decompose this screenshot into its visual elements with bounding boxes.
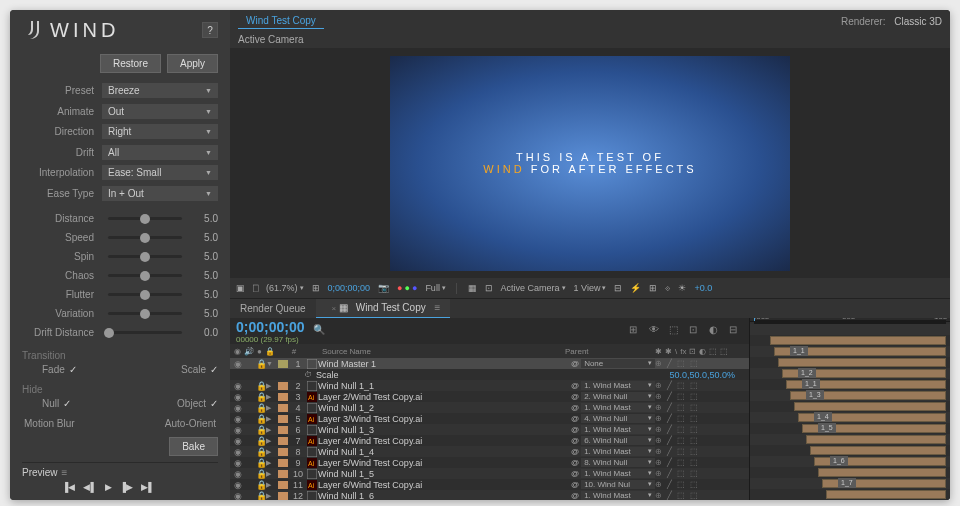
pickwhip-icon[interactable]: @ [571,480,579,489]
fast-preview-icon[interactable]: ⚡ [630,283,641,293]
layer-bar[interactable] [778,358,946,367]
marker-label[interactable]: 1_5 [818,423,836,433]
viewer[interactable]: THIS IS A TEST OF WIND FOR AFTER EFFECTS [230,48,950,278]
distance-value[interactable]: 5.0 [188,213,218,224]
visibility-toggle[interactable]: ◉ [234,458,246,468]
layer-track[interactable]: 1_5 [750,423,950,434]
comp-tab[interactable]: Wind Test Copy [238,13,324,29]
layer-name[interactable]: Layer 5/Wind Test Copy.ai [318,458,571,468]
variation-slider[interactable] [108,312,182,315]
switch[interactable]: ⬚ [690,359,698,368]
visibility-toggle[interactable]: ◉ [234,392,246,402]
switch[interactable]: ⬚ [677,436,685,445]
bake-button[interactable]: Bake [169,437,218,456]
spin-value[interactable]: 5.0 [188,251,218,262]
switch[interactable]: ⬚ [690,469,698,478]
layer-track[interactable]: 1_1 [750,379,950,390]
marker-label[interactable]: 1_3 [806,390,824,400]
visibility-toggle[interactable]: ◉ [234,425,246,435]
layer-name[interactable]: Wind Null 1_4 [318,447,571,457]
twirl-icon[interactable]: ▶ [266,492,276,500]
time-ruler[interactable]: :00s 05s 10s [750,318,950,322]
layer-track[interactable] [750,489,950,500]
layer-bar[interactable] [818,468,946,477]
preset-select[interactable]: Breeze▼ [102,83,218,98]
layer-track[interactable]: 1_6 [750,456,950,467]
graph-editor-icon[interactable]: ⊟ [729,324,743,338]
visibility-toggle[interactable]: ◉ [234,491,246,501]
switch[interactable]: ⊕ [655,359,662,368]
label-color[interactable] [278,426,288,434]
layer-bar[interactable] [794,402,946,411]
layer-track[interactable]: 1_2 [750,368,950,379]
camera-select[interactable]: Active Camera ▾ [501,283,566,293]
screen-icon[interactable]: ⎕ [253,283,258,293]
marker-label[interactable]: 1_7 [838,478,856,488]
parent-select[interactable]: 10. Wind Nul▾ [581,480,655,489]
parent-select[interactable]: 1. Wind Mast▾ [581,403,655,412]
pickwhip-icon[interactable]: @ [571,458,579,467]
layer-track[interactable] [750,467,950,478]
channel-icon[interactable]: ●●● [397,283,417,293]
switch[interactable]: ╱ [667,436,672,445]
fade-check[interactable]: Fade✓ [42,364,77,375]
property-value[interactable]: 50.0,50.0,50.0% [669,370,735,380]
layer-row[interactable]: ◉ 🔒 ▶ 9 Ai Layer 5/Wind Test Copy.ai @8.… [230,457,749,468]
driftdist-value[interactable]: 0.0 [188,327,218,338]
direction-select[interactable]: Right▼ [102,124,218,139]
visibility-toggle[interactable]: ◉ [234,403,246,413]
layer-track[interactable] [750,357,950,368]
time-display[interactable]: 0;00;00;00 [328,283,371,293]
layer-name[interactable]: Wind Null 1_6 [318,491,571,501]
label-color[interactable] [278,382,288,390]
layer-track[interactable] [750,335,950,346]
zoom-select[interactable]: (61.7%) ▾ [266,283,304,293]
switch[interactable]: ╱ [667,392,672,401]
label-color[interactable] [278,481,288,489]
layer-bar[interactable] [826,490,946,499]
switch[interactable]: ⊕ [655,425,662,434]
layer-name[interactable]: Layer 2/Wind Test Copy.ai [318,392,571,402]
visibility-toggle[interactable]: ◉ [234,359,246,369]
motionblur-icon[interactable]: ◐ [709,324,723,338]
switch[interactable]: ╱ [667,458,672,467]
slider-thumb[interactable] [140,233,150,243]
lock-toggle[interactable]: 🔒 [256,392,266,402]
slider-thumb[interactable] [140,290,150,300]
layer-row[interactable]: ◉ 🔒 ▶ 7 Ai Layer 4/Wind Test Copy.ai @6.… [230,435,749,446]
draft3d-icon[interactable]: ⬚ [669,324,683,338]
driftdist-slider[interactable] [108,331,182,334]
switch[interactable]: ⊕ [655,480,662,489]
layer-track[interactable] [750,445,950,456]
stopwatch-icon[interactable]: ⏱ [304,370,312,379]
parent-select[interactable]: 1. Wind Mast▾ [581,425,655,434]
label-color[interactable] [278,404,288,412]
lock-toggle[interactable]: 🔒 [256,491,266,501]
pickwhip-icon[interactable]: @ [571,414,579,423]
snapshot-icon[interactable]: 📷 [378,283,389,293]
drift-select[interactable]: All▼ [102,145,218,160]
switch[interactable]: ⬚ [690,447,698,456]
marker-label[interactable]: 1_6 [830,456,848,466]
lock-toggle[interactable]: 🔒 [256,425,266,435]
switch[interactable]: ⊕ [655,403,662,412]
null-check[interactable]: Null✓ [42,398,71,409]
label-color[interactable] [278,437,288,445]
autoorient-label[interactable]: Auto-Orient [165,418,216,429]
marker-label[interactable]: 1_1 [790,346,808,356]
switch[interactable]: ⬚ [690,381,698,390]
switch[interactable]: ⬚ [677,392,685,401]
variation-value[interactable]: 5.0 [188,308,218,319]
parent-select[interactable]: 8. Wind Null▾ [581,458,655,467]
property-row[interactable]: ⏱ Scale50.0,50.0,50.0% [230,369,749,380]
slider-thumb[interactable] [104,328,114,338]
switch[interactable]: ⬚ [690,425,698,434]
play-button[interactable]: ▶ [105,482,112,492]
layer-track[interactable] [750,401,950,412]
comp-mini-icon[interactable]: ⊞ [629,324,643,338]
timeline-comp-tab[interactable]: × ▦ Wind Test Copy ≡ [316,299,451,318]
twirl-icon[interactable]: ▶ [266,415,276,423]
visibility-toggle[interactable]: ◉ [234,414,246,424]
twirl-icon[interactable]: ▶ [266,437,276,445]
preview-menu-icon[interactable]: ≡ [62,467,68,478]
